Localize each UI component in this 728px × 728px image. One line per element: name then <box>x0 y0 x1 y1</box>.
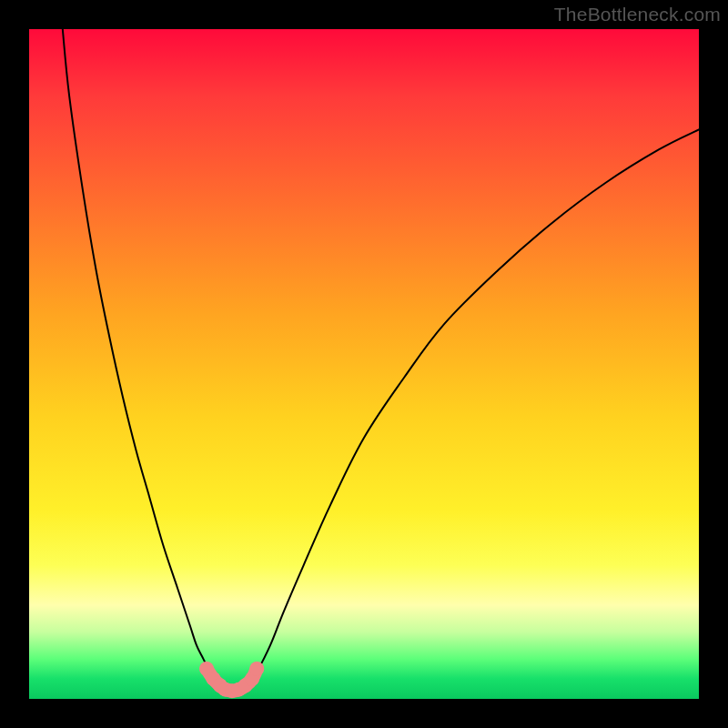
chart-frame: TheBottleneck.com <box>0 0 728 728</box>
curve-left-branch <box>63 29 217 682</box>
curve-group <box>63 29 699 682</box>
plot-area <box>29 29 699 699</box>
watermark-text: TheBottleneck.com <box>554 4 721 25</box>
curve-right-branch <box>250 129 699 682</box>
valley-marker <box>249 662 264 676</box>
marker-group <box>199 662 264 698</box>
chart-svg <box>29 29 699 699</box>
